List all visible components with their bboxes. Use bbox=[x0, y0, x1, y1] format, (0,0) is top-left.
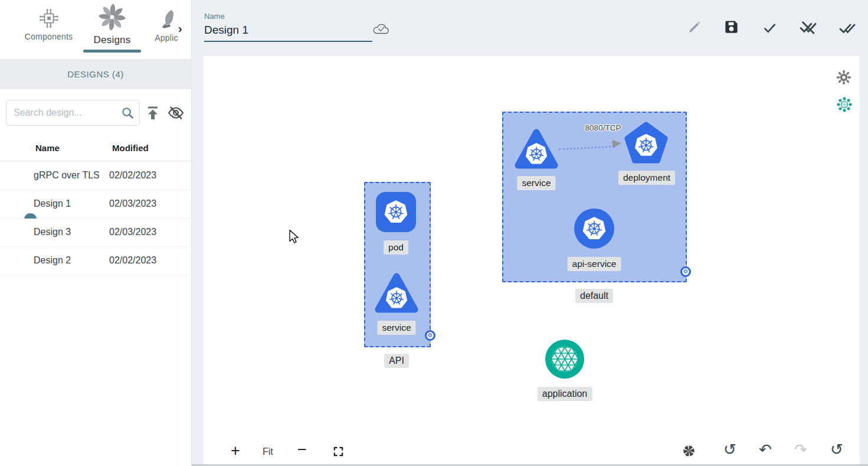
tab-components[interactable]: Components bbox=[15, 7, 83, 41]
table-row[interactable]: Design 3 02/03/2023 bbox=[0, 219, 191, 247]
node-label: service bbox=[517, 176, 555, 190]
left-panel: Components Designs Applic › DESIGNS bbox=[0, 0, 192, 466]
node-label: service bbox=[377, 321, 415, 335]
group-config-badge[interactable]: ⚙ bbox=[680, 266, 691, 277]
node-label: application bbox=[538, 387, 592, 401]
table-row[interactable]: Design 2 02/02/2023 bbox=[0, 247, 191, 275]
cloud-done-icon bbox=[372, 22, 390, 36]
design-modified: 02/02/2023 bbox=[109, 170, 156, 181]
node-application[interactable] bbox=[545, 340, 584, 379]
node-deployment[interactable] bbox=[624, 122, 668, 164]
zoom-out-button[interactable]: − bbox=[297, 441, 307, 459]
search-icon[interactable] bbox=[121, 106, 135, 120]
tab-components-label: Components bbox=[15, 32, 83, 41]
undo-icon[interactable]: ↶ bbox=[759, 442, 772, 457]
node-pod[interactable] bbox=[376, 192, 416, 232]
design-name: Design 2 bbox=[34, 255, 71, 266]
redo-icon[interactable]: ↷ bbox=[794, 442, 807, 457]
node-label: deployment bbox=[618, 171, 675, 185]
search-box bbox=[6, 100, 140, 126]
screenshot-shutter-icon[interactable] bbox=[682, 444, 696, 458]
edit-pencil-icon[interactable] bbox=[687, 20, 702, 35]
mouse-cursor bbox=[288, 230, 301, 244]
column-header-name: Name bbox=[35, 143, 60, 153]
undeploy-crossed-check-icon[interactable] bbox=[800, 18, 817, 35]
components-chip-icon bbox=[38, 7, 60, 30]
node-label: pod bbox=[384, 240, 408, 255]
zoom-in-button[interactable]: + bbox=[231, 442, 240, 460]
design-name: gRPC over TLS bbox=[34, 170, 100, 181]
name-field-label: Name bbox=[204, 12, 225, 21]
chevron-right-icon[interactable]: › bbox=[178, 22, 182, 35]
table-header-row: Name Modified bbox=[0, 137, 191, 161]
table-row[interactable]: gRPC over TLS 02/02/2023 bbox=[0, 162, 191, 190]
settings-gear-icon[interactable] bbox=[836, 69, 852, 86]
check-icon[interactable] bbox=[762, 19, 778, 35]
visibility-off-icon[interactable] bbox=[167, 106, 185, 120]
column-header-modified: Modified bbox=[112, 143, 149, 153]
edge-port-label: 8080/TCP bbox=[585, 123, 621, 132]
node-api-service[interactable] bbox=[574, 208, 614, 249]
deploy-double-check-icon[interactable] bbox=[839, 19, 856, 36]
design-name-input[interactable] bbox=[204, 22, 372, 42]
edge-arrowhead bbox=[612, 139, 621, 148]
rotate-left-icon[interactable]: ↺ bbox=[723, 442, 736, 457]
design-modified: 02/02/2023 bbox=[109, 255, 156, 266]
tab-designs[interactable]: Designs bbox=[83, 2, 142, 53]
node-service-default[interactable] bbox=[514, 127, 559, 171]
group-label: default bbox=[575, 289, 613, 303]
reset-view-icon[interactable]: ↺ bbox=[830, 442, 843, 457]
active-tab-underline bbox=[83, 50, 141, 53]
fit-button[interactable]: Fit bbox=[263, 447, 273, 457]
design-name: Design 1 bbox=[34, 198, 71, 209]
group-label: API bbox=[384, 354, 409, 368]
tab-designs-label: Designs bbox=[83, 34, 142, 46]
kubernetes-icon bbox=[581, 216, 607, 242]
node-service-api[interactable] bbox=[374, 271, 419, 315]
save-floppy-icon[interactable] bbox=[723, 19, 739, 35]
group-config-badge[interactable]: ⚙ bbox=[425, 330, 435, 341]
design-name: Design 3 bbox=[34, 227, 71, 237]
kubernetes-icon bbox=[383, 199, 409, 225]
applications-icon bbox=[156, 8, 176, 31]
fullscreen-icon[interactable] bbox=[333, 446, 344, 457]
design-modified: 02/03/2023 bbox=[109, 227, 156, 237]
meshsync-icon[interactable] bbox=[837, 97, 852, 112]
node-label: api-service bbox=[568, 257, 621, 271]
search-input[interactable] bbox=[14, 107, 121, 118]
designs-section-header: DESIGNS (4) bbox=[0, 59, 191, 89]
design-modified: 02/03/2023 bbox=[109, 198, 156, 209]
publish-icon[interactable] bbox=[145, 105, 161, 121]
designs-pinwheel-icon bbox=[97, 2, 127, 32]
